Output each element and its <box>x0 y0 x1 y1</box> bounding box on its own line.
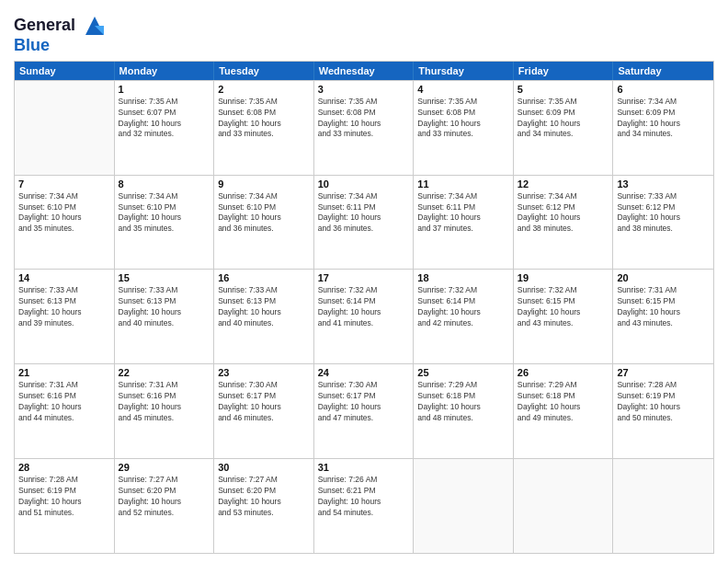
day-number: 15 <box>119 272 210 283</box>
calendar-cell: 9Sunrise: 7:34 AM Sunset: 6:10 PM Daylig… <box>214 176 314 270</box>
day-info: Sunrise: 7:29 AM Sunset: 6:18 PM Dayligh… <box>417 380 509 424</box>
day-info: Sunrise: 7:27 AM Sunset: 6:20 PM Dayligh… <box>119 475 210 519</box>
day-info: Sunrise: 7:34 AM Sunset: 6:09 PM Dayligh… <box>617 97 710 141</box>
header: General Blue <box>14 9 714 55</box>
day-number: 28 <box>18 462 110 473</box>
calendar-cell <box>15 81 115 175</box>
day-number: 17 <box>318 272 410 283</box>
calendar-cell: 29Sunrise: 7:27 AM Sunset: 6:20 PM Dayli… <box>115 459 215 553</box>
calendar-cell: 24Sunrise: 7:30 AM Sunset: 6:17 PM Dayli… <box>314 364 415 458</box>
day-info: Sunrise: 7:33 AM Sunset: 6:13 PM Dayligh… <box>119 285 210 329</box>
day-info: Sunrise: 7:35 AM Sunset: 6:08 PM Dayligh… <box>218 97 310 141</box>
day-info: Sunrise: 7:34 AM Sunset: 6:12 PM Dayligh… <box>518 191 609 236</box>
day-info: Sunrise: 7:34 AM Sunset: 6:11 PM Dayligh… <box>417 191 509 236</box>
calendar-cell <box>414 459 514 553</box>
calendar-cell: 31Sunrise: 7:26 AM Sunset: 6:21 PM Dayli… <box>314 459 415 553</box>
calendar-header: SundayMondayTuesdayWednesdayThursdayFrid… <box>15 62 713 80</box>
day-number: 20 <box>617 272 710 283</box>
day-info: Sunrise: 7:32 AM Sunset: 6:14 PM Dayligh… <box>417 285 509 329</box>
calendar-cell: 7Sunrise: 7:34 AM Sunset: 6:10 PM Daylig… <box>15 176 115 270</box>
day-info: Sunrise: 7:34 AM Sunset: 6:10 PM Dayligh… <box>119 191 210 236</box>
day-number: 14 <box>18 272 110 283</box>
day-info: Sunrise: 7:33 AM Sunset: 6:13 PM Dayligh… <box>218 285 310 329</box>
day-number: 2 <box>218 84 310 95</box>
day-info: Sunrise: 7:31 AM Sunset: 6:16 PM Dayligh… <box>119 380 210 424</box>
day-number: 4 <box>417 84 509 95</box>
header-cell-friday: Friday <box>514 62 614 80</box>
day-info: Sunrise: 7:26 AM Sunset: 6:21 PM Dayligh… <box>318 475 410 519</box>
day-number: 10 <box>318 178 410 190</box>
day-number: 23 <box>218 367 310 378</box>
logo-text: General Blue <box>14 13 108 55</box>
calendar-cell: 10Sunrise: 7:34 AM Sunset: 6:11 PM Dayli… <box>314 176 415 270</box>
day-info: Sunrise: 7:31 AM Sunset: 6:15 PM Dayligh… <box>617 285 710 329</box>
day-info: Sunrise: 7:35 AM Sunset: 6:09 PM Dayligh… <box>518 97 609 141</box>
day-number: 11 <box>417 178 509 190</box>
calendar-cell: 12Sunrise: 7:34 AM Sunset: 6:12 PM Dayli… <box>514 176 614 270</box>
calendar-cell <box>514 459 614 553</box>
day-info: Sunrise: 7:35 AM Sunset: 6:08 PM Dayligh… <box>417 97 509 141</box>
day-number: 24 <box>318 367 410 378</box>
day-info: Sunrise: 7:35 AM Sunset: 6:08 PM Dayligh… <box>318 97 410 141</box>
logo: General Blue <box>14 13 108 55</box>
day-number: 8 <box>119 178 210 190</box>
calendar-cell: 11Sunrise: 7:34 AM Sunset: 6:11 PM Dayli… <box>414 176 514 270</box>
day-info: Sunrise: 7:32 AM Sunset: 6:15 PM Dayligh… <box>518 285 609 329</box>
day-info: Sunrise: 7:34 AM Sunset: 6:10 PM Dayligh… <box>18 191 110 236</box>
day-info: Sunrise: 7:30 AM Sunset: 6:17 PM Dayligh… <box>318 380 410 424</box>
day-number: 21 <box>18 367 110 378</box>
day-number: 3 <box>318 84 410 95</box>
day-info: Sunrise: 7:33 AM Sunset: 6:13 PM Dayligh… <box>18 285 110 329</box>
calendar-row: 14Sunrise: 7:33 AM Sunset: 6:13 PM Dayli… <box>15 269 713 363</box>
day-number: 25 <box>417 367 509 378</box>
day-info: Sunrise: 7:29 AM Sunset: 6:18 PM Dayligh… <box>518 380 609 424</box>
day-number: 31 <box>318 462 410 473</box>
day-number: 29 <box>119 462 210 473</box>
day-info: Sunrise: 7:35 AM Sunset: 6:07 PM Dayligh… <box>119 97 210 141</box>
day-info: Sunrise: 7:27 AM Sunset: 6:20 PM Dayligh… <box>218 475 310 519</box>
day-number: 5 <box>518 84 609 95</box>
calendar-cell: 26Sunrise: 7:29 AM Sunset: 6:18 PM Dayli… <box>514 364 614 458</box>
header-cell-saturday: Saturday <box>613 62 713 80</box>
calendar-cell: 28Sunrise: 7:28 AM Sunset: 6:19 PM Dayli… <box>15 459 115 553</box>
calendar-cell <box>613 459 713 553</box>
day-number: 30 <box>218 462 310 473</box>
day-number: 7 <box>18 178 110 190</box>
calendar-cell: 25Sunrise: 7:29 AM Sunset: 6:18 PM Dayli… <box>414 364 514 458</box>
logo-general: General <box>14 13 108 39</box>
day-number: 27 <box>617 367 710 378</box>
header-cell-thursday: Thursday <box>414 62 514 80</box>
day-number: 6 <box>617 84 710 95</box>
day-number: 16 <box>218 272 310 283</box>
header-cell-monday: Monday <box>115 62 215 80</box>
day-number: 13 <box>617 178 710 190</box>
calendar-row: 21Sunrise: 7:31 AM Sunset: 6:16 PM Dayli… <box>15 363 713 458</box>
calendar-cell: 17Sunrise: 7:32 AM Sunset: 6:14 PM Dayli… <box>314 270 415 363</box>
page: General Blue SundayMondayTuesdayWednesda… <box>0 0 728 563</box>
day-info: Sunrise: 7:34 AM Sunset: 6:10 PM Dayligh… <box>218 191 310 236</box>
day-number: 12 <box>518 178 609 190</box>
calendar-cell: 22Sunrise: 7:31 AM Sunset: 6:16 PM Dayli… <box>115 364 215 458</box>
calendar-cell: 13Sunrise: 7:33 AM Sunset: 6:12 PM Dayli… <box>613 176 713 270</box>
calendar-cell: 8Sunrise: 7:34 AM Sunset: 6:10 PM Daylig… <box>115 176 215 270</box>
calendar-cell: 27Sunrise: 7:28 AM Sunset: 6:19 PM Dayli… <box>613 364 713 458</box>
calendar-cell: 4Sunrise: 7:35 AM Sunset: 6:08 PM Daylig… <box>414 81 514 175</box>
calendar-cell: 30Sunrise: 7:27 AM Sunset: 6:20 PM Dayli… <box>214 459 314 553</box>
calendar-cell: 6Sunrise: 7:34 AM Sunset: 6:09 PM Daylig… <box>613 81 713 175</box>
calendar-cell: 1Sunrise: 7:35 AM Sunset: 6:07 PM Daylig… <box>115 81 215 175</box>
calendar: SundayMondayTuesdayWednesdayThursdayFrid… <box>14 61 714 554</box>
day-info: Sunrise: 7:28 AM Sunset: 6:19 PM Dayligh… <box>18 475 110 519</box>
calendar-cell: 5Sunrise: 7:35 AM Sunset: 6:09 PM Daylig… <box>514 81 614 175</box>
calendar-row: 28Sunrise: 7:28 AM Sunset: 6:19 PM Dayli… <box>15 458 713 553</box>
calendar-body: 1Sunrise: 7:35 AM Sunset: 6:07 PM Daylig… <box>15 80 713 553</box>
day-number: 22 <box>119 367 210 378</box>
calendar-cell: 19Sunrise: 7:32 AM Sunset: 6:15 PM Dayli… <box>514 270 614 363</box>
day-number: 9 <box>218 178 310 190</box>
calendar-cell: 18Sunrise: 7:32 AM Sunset: 6:14 PM Dayli… <box>414 270 514 363</box>
header-cell-tuesday: Tuesday <box>214 62 314 80</box>
logo-icon <box>82 13 108 39</box>
calendar-cell: 20Sunrise: 7:31 AM Sunset: 6:15 PM Dayli… <box>613 270 713 363</box>
calendar-cell: 14Sunrise: 7:33 AM Sunset: 6:13 PM Dayli… <box>15 270 115 363</box>
day-number: 18 <box>417 272 509 283</box>
day-info: Sunrise: 7:30 AM Sunset: 6:17 PM Dayligh… <box>218 380 310 424</box>
